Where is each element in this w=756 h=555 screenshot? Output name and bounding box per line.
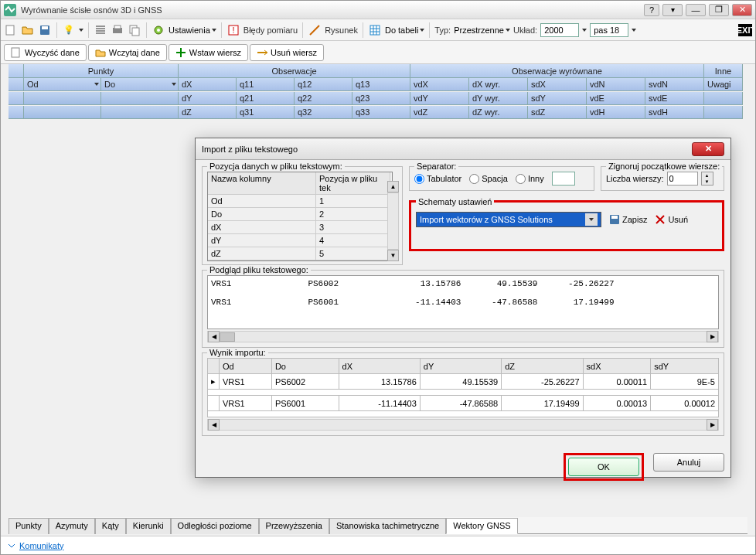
system-label: Układ: [513, 26, 537, 35]
col-dZ[interactable]: dZ [179, 106, 237, 119]
col-vdX[interactable]: vdX [410, 78, 469, 91]
col-q31[interactable]: q31 [237, 106, 295, 119]
settings-icon[interactable] [152, 23, 165, 37]
delete-row-button[interactable]: Usuń wiersz [250, 44, 324, 61]
totable-dropdown[interactable]: Do tabeli [385, 26, 424, 35]
close-button[interactable]: ✕ [732, 4, 752, 16]
insert-row-button[interactable]: Wstaw wiersz [169, 44, 248, 61]
col-svdN[interactable]: svdN [645, 78, 704, 91]
scroll-up-button[interactable]: ▲ [387, 181, 399, 192]
errors-label[interactable]: Błędy pomiaru [243, 26, 298, 35]
svg-point-9 [157, 29, 160, 32]
col-vdZ[interactable]: vdZ [410, 106, 469, 119]
tab-katy[interactable]: Kąty [95, 518, 126, 534]
maximize-button[interactable]: ❐ [709, 4, 729, 16]
clear-data-button[interactable]: Wyczyść dane [4, 44, 87, 61]
drawing-label[interactable]: Rysunek [325, 26, 358, 35]
col-vdY[interactable]: vdY [410, 92, 469, 105]
new-icon[interactable] [4, 23, 18, 37]
print-icon[interactable] [111, 23, 124, 37]
main-toolbar: 💡 Ustawienia ! Błędy pomiaru Rysunek Do … [1, 19, 755, 41]
col-sdY[interactable]: sdY [528, 92, 587, 105]
tab-punkty[interactable]: Punkty [9, 518, 49, 534]
skip-rows-down[interactable]: ▼ [702, 179, 713, 185]
exit-icon[interactable]: EXIT [738, 23, 752, 37]
col-dY[interactable]: dY [179, 92, 237, 105]
errors-icon[interactable]: ! [226, 23, 240, 37]
grid-group-punkty: Punkty [24, 64, 179, 78]
col-od[interactable]: Od [24, 78, 101, 91]
col-q13[interactable]: q13 [352, 78, 410, 91]
drawing-icon[interactable] [308, 23, 322, 37]
schema-save-button[interactable]: Zapisz [609, 214, 647, 225]
skip-rows-input[interactable] [667, 172, 698, 186]
tab-kierunki[interactable]: Kierunki [126, 518, 171, 534]
schema-delete-button[interactable]: Usuń [655, 214, 688, 225]
col-sdZ[interactable]: sdZ [528, 106, 587, 119]
skip-rows-up[interactable]: ▲ [702, 172, 713, 179]
result-scroll-right[interactable]: ▶ [707, 419, 718, 431]
scroll-down-button[interactable]: ▼ [387, 250, 399, 261]
tab-stanowiska[interactable]: Stanowiska tachimetryczne [329, 518, 446, 534]
col-dYw[interactable]: dY wyr. [469, 92, 528, 105]
settings-dropdown[interactable]: Ustawienia [169, 26, 216, 35]
totable-icon[interactable] [368, 23, 382, 37]
col-sdX[interactable]: sdX [528, 78, 587, 91]
tab-wektory-gnss[interactable]: Wektory GNSS [446, 518, 517, 534]
scrollbar-track[interactable] [387, 192, 399, 250]
type-select[interactable]: Przestrzenne [454, 26, 510, 35]
separator-other-input[interactable] [552, 172, 575, 186]
zone-input[interactable] [590, 23, 628, 37]
col-dZw[interactable]: dZ wyr. [469, 106, 528, 119]
col-q21[interactable]: q21 [237, 92, 295, 105]
col-vdN[interactable]: vdN [587, 78, 645, 91]
table-row[interactable]: ▸ VRS1 PS6002 13.15786 49.15539 -25.2622… [208, 374, 719, 390]
col-svdH[interactable]: svdH [645, 106, 704, 119]
cancel-button[interactable]: Anuluj [653, 453, 724, 472]
messages-link[interactable]: Komunikaty [7, 541, 63, 550]
copy-icon[interactable] [128, 23, 141, 37]
col-q12[interactable]: q12 [295, 78, 352, 91]
bulb-dropdown[interactable] [79, 29, 83, 32]
table-row[interactable]: VRS1 PS6001 -11.14403 -47.86588 17.19499… [208, 396, 719, 411]
ok-button[interactable]: OK [568, 458, 639, 476]
col-q22[interactable]: q22 [295, 92, 352, 105]
separator-other-radio[interactable]: Inny [516, 174, 544, 184]
col-q23[interactable]: q23 [352, 92, 410, 105]
result-scroll-left[interactable]: ◀ [208, 419, 220, 431]
schema-select[interactable]: Import wektorów z GNSS Solutions [416, 212, 601, 227]
tab-azymuty[interactable]: Azymuty [49, 518, 95, 534]
col-dX[interactable]: dX [179, 78, 237, 91]
insert-icon [175, 47, 186, 58]
col-do[interactable]: Do [101, 78, 179, 91]
col-uwagi[interactable]: Uwagi [704, 78, 743, 91]
restore-down-button[interactable]: ▾ [662, 4, 683, 16]
separator-tab-radio[interactable]: Tabulator [414, 174, 461, 184]
col-q32[interactable]: q32 [295, 106, 352, 119]
button-bar: Wyczyść dane Wczytaj dane Wstaw wiersz U… [1, 41, 755, 64]
load-data-button[interactable]: Wczytaj dane [88, 44, 167, 61]
tab-przewyzszenia[interactable]: Przewyższenia [259, 518, 329, 534]
list-icon[interactable] [94, 23, 107, 37]
col-dXw[interactable]: dX wyr. [469, 78, 528, 91]
preview-scroll-thumb[interactable] [220, 332, 235, 342]
open-icon[interactable] [21, 23, 35, 37]
load-icon [95, 47, 106, 58]
tab-odleglosci[interactable]: Odległości poziome [171, 518, 259, 534]
bulb-icon[interactable]: 💡 [62, 23, 76, 37]
minimize-button[interactable]: — [686, 4, 706, 16]
system-dropdown[interactable] [582, 29, 587, 32]
save-icon[interactable] [38, 23, 52, 37]
system-input[interactable] [540, 23, 579, 37]
preview-scroll-right[interactable]: ▶ [707, 331, 718, 342]
col-q11[interactable]: q11 [237, 78, 295, 91]
preview-scroll-left[interactable]: ◀ [208, 331, 220, 342]
col-vdE[interactable]: vdE [587, 92, 645, 105]
help-button[interactable]: ? [644, 4, 659, 16]
separator-space-radio[interactable]: Spacja [469, 174, 508, 184]
col-vdH[interactable]: vdH [587, 106, 645, 119]
col-q33[interactable]: q33 [352, 106, 410, 119]
zone-dropdown[interactable] [632, 29, 636, 32]
dialog-close-button[interactable]: ✕ [692, 142, 724, 156]
col-svdE[interactable]: svdE [645, 92, 704, 105]
